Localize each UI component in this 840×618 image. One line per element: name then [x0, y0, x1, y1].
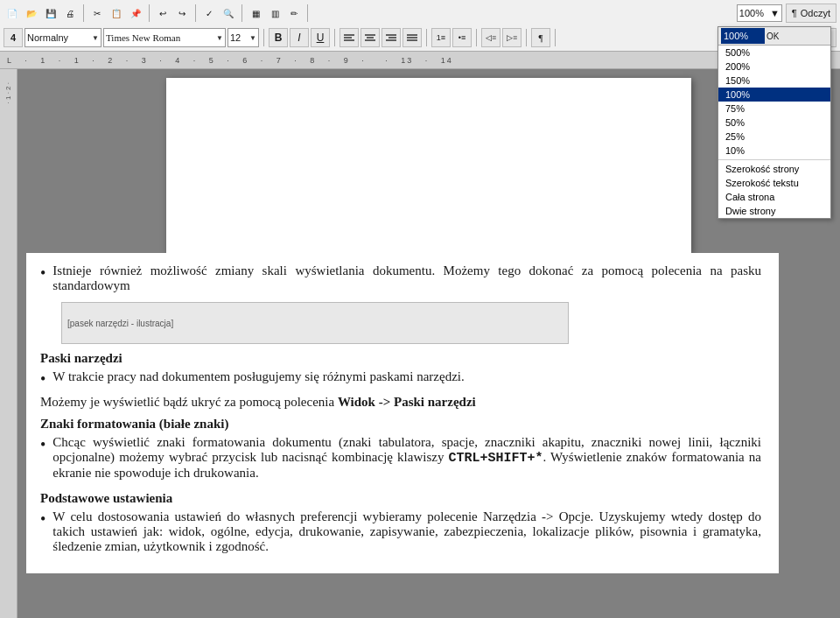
page-top-space [188, 95, 669, 122]
bulletlist-button[interactable]: •≡ [452, 28, 472, 47]
zoom-option-page-width[interactable]: Szerokość strony [718, 162, 830, 176]
zoom-option-50[interactable]: 50% [718, 116, 830, 130]
align-right-button[interactable] [382, 28, 401, 47]
table-button[interactable]: ▦ [247, 4, 264, 22]
zoom-option-text-width[interactable]: Szerokość tekstu [718, 176, 830, 190]
style-dropdown[interactable]: Normalny ▼ [24, 28, 102, 47]
zoom-dropdown-arrow: ▼ [770, 8, 780, 18]
zoom-option-full-page[interactable]: Cała strona [718, 190, 830, 204]
font-dropdown-arrow: ▼ [216, 34, 223, 42]
shortcut-text: CTRL+SHIFT+* [448, 451, 542, 466]
paragraph-marks-button[interactable]: ¶ [531, 28, 550, 47]
widok-text: Możemy je wyświetlić bądź ukryć za pomoc… [40, 395, 761, 410]
znaki-bullet: • Chcąc wyświetlić znaki formatowania do… [40, 435, 761, 484]
toolbar-image: [pasek narzędzi - ilustracja] [61, 302, 569, 344]
separator6 [263, 29, 264, 46]
italic-button[interactable]: I [290, 28, 309, 47]
zoom-input[interactable]: 100% ▼ [737, 4, 782, 22]
bullet-2: • [40, 369, 46, 390]
size-dropdown-arrow: ▼ [249, 34, 256, 42]
separator11 [555, 29, 556, 46]
podstawowe-text: W celu dostosowania ustawień do własnych… [52, 509, 761, 554]
document-area: • Istnieje również możliwość zmiany skal… [18, 69, 840, 618]
bullet-4: • [40, 509, 46, 530]
style-number: 4 [4, 28, 23, 47]
size-dropdown[interactable]: 12 ▼ [228, 28, 259, 47]
bold-button[interactable]: B [269, 28, 288, 47]
separator7 [334, 29, 335, 46]
standard-toolbar: 📄 📂 💾 🖨 ✂ 📋 📌 ↩ ↪ ✓ 🔍 ▦ ▥ ✏ 100% ▼ [4, 2, 836, 25]
zoom-option-150[interactable]: 150% [718, 74, 830, 88]
toolbar-area: 📄 📂 💾 🖨 ✂ 📋 📌 ↩ ↪ ✓ 🔍 ▦ ▥ ✏ 100% ▼ [0, 0, 840, 52]
separator1 [83, 4, 84, 22]
paste-button[interactable]: 📌 [127, 4, 144, 22]
zoom-dropdown-menu: 100% OK 500% 200% 150% 100% 75% 50% 25% … [718, 26, 831, 219]
paski-bullet: • W trakcie pracy nad dokumentem posługu… [40, 369, 761, 390]
zoom-option-75[interactable]: 75% [718, 102, 830, 116]
horizontal-ruler: L · 1 · 1 · 2 · 3 · 4 · 5 · 6 · 7 · 8 · … [0, 52, 840, 69]
align-center-button[interactable] [360, 28, 380, 47]
drawing-button[interactable]: ✏ [285, 4, 303, 22]
copy-button[interactable]: 📋 [108, 4, 125, 22]
research-button[interactable]: 🔍 [220, 4, 237, 22]
znaki-heading: Znaki formatowania (białe znaki) [40, 417, 761, 432]
paski-heading: Paski narzędzi [40, 351, 761, 366]
font-dropdown[interactable]: Times New Roman ▼ [103, 28, 226, 47]
podstawowe-bullet: • W celu dostosowania ustawień do własny… [40, 509, 761, 558]
align-left-button[interactable] [340, 28, 359, 47]
separator4 [242, 4, 242, 22]
bullet-3: • [40, 435, 46, 455]
page-container: 📄 📂 💾 🖨 ✂ 📋 📌 ↩ ↪ ✓ 🔍 ▦ ▥ ✏ 100% ▼ [0, 0, 840, 618]
paragraph-icon: ¶ [792, 8, 797, 18]
zoom-option-25[interactable]: 25% [718, 130, 830, 144]
content-area: · 1 · 2 · • Istnieje również możliwość z… [0, 69, 840, 618]
separator5 [307, 4, 308, 22]
print-button[interactable]: 🖨 [61, 4, 79, 22]
separator8 [426, 29, 427, 46]
separator10 [526, 29, 527, 46]
open-button[interactable]: 📂 [23, 4, 40, 22]
decrease-indent-button[interactable]: ◁≡ [481, 28, 500, 47]
zoom-value-display[interactable]: 100% [721, 28, 765, 44]
redo-button[interactable]: ↪ [173, 4, 191, 22]
intro-text: Istnieje również możliwość zmiany skali … [52, 263, 761, 293]
vertical-ruler: · 1 · 2 · [0, 69, 18, 618]
formatting-toolbar: 4 Normalny ▼ Times New Roman ▼ 12 ▼ B [4, 26, 836, 49]
zoom-divider [718, 159, 830, 160]
underline-button[interactable]: U [311, 28, 330, 47]
podstawowe-heading: Podstawowe ustawienia [40, 491, 761, 506]
numberedlist-button[interactable]: 1≡ [431, 28, 451, 47]
save-button[interactable]: 💾 [42, 4, 60, 22]
separator2 [149, 4, 150, 22]
zoom-option-500[interactable]: 500% [718, 46, 830, 60]
zoom-option-200[interactable]: 200% [718, 60, 830, 74]
paski-text: W trakcie pracy nad dokumentem posługuje… [52, 369, 464, 384]
document-page [166, 78, 691, 253]
spellcheck-button[interactable]: ✓ [200, 4, 218, 22]
separator3 [195, 4, 196, 22]
bullet-1: • [40, 263, 46, 284]
main-text-content: • Istnieje również możliwość zmiany skal… [26, 253, 779, 573]
columns-button[interactable]: ▥ [266, 4, 284, 22]
separator9 [476, 29, 477, 46]
widok-bold: Widok -> Paski narzędzi [338, 395, 476, 409]
zoom-option-100[interactable]: 100% [718, 88, 830, 102]
qdczyt-button[interactable]: ¶ Odczyt [786, 4, 836, 23]
znaki-text: Chcąc wyświetlić znaki formatowania doku… [52, 435, 761, 481]
increase-indent-button[interactable]: ▷≡ [502, 28, 522, 47]
zoom-option-10[interactable]: 10% [718, 144, 830, 158]
undo-button[interactable]: ↩ [154, 4, 172, 22]
zoom-ok-button[interactable]: OK [766, 32, 779, 41]
style-dropdown-arrow: ▼ [92, 34, 99, 42]
align-justify-button[interactable] [402, 28, 422, 47]
zoom-option-two-pages[interactable]: Dwie strony [718, 204, 830, 218]
intro-bullet-item: • Istnieje również możliwość zmiany skal… [40, 263, 761, 297]
zoom-input-row: 100% OK [718, 27, 830, 46]
cut-button[interactable]: ✂ [88, 4, 106, 22]
new-button[interactable]: 📄 [4, 4, 21, 22]
